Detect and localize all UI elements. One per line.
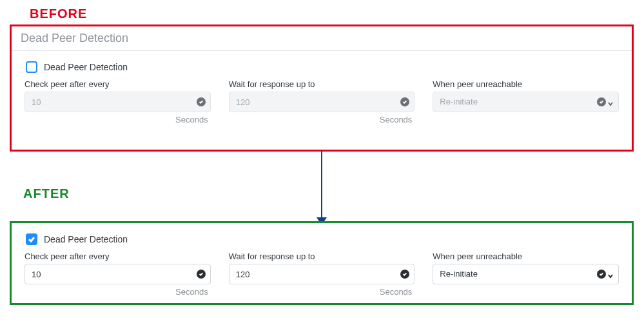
field-wait-response: Wait for response up to Seconds xyxy=(229,252,415,297)
before-heading: BEFORE xyxy=(30,6,87,21)
wait-response-input[interactable] xyxy=(229,92,415,112)
dpd-checkbox-label: Dead Peer Detection xyxy=(44,234,128,244)
valid-check-icon xyxy=(400,270,409,279)
wait-response-input[interactable] xyxy=(229,264,415,284)
field-unreachable: When peer unreachable Re-initiate xyxy=(433,79,619,124)
section-body-before: Dead Peer Detection Check peer after eve… xyxy=(12,51,632,132)
chevron-down-icon xyxy=(607,99,614,105)
check-peer-input[interactable] xyxy=(24,92,211,112)
field-wait-response: Wait for response up to Seconds xyxy=(229,79,415,124)
section-title: Dead Peer Detection xyxy=(12,26,632,51)
valid-check-icon xyxy=(597,270,606,279)
valid-check-icon xyxy=(197,97,206,106)
after-heading: AFTER xyxy=(23,186,70,201)
unit-label: Seconds xyxy=(24,287,211,297)
unit-label: Seconds xyxy=(229,115,415,124)
check-peer-input[interactable] xyxy=(24,264,211,284)
field-label: Check peer after every xyxy=(24,79,211,89)
valid-check-icon xyxy=(400,97,409,106)
field-label: When peer unreachable xyxy=(433,79,619,89)
before-panel: Dead Peer Detection Dead Peer Detection … xyxy=(10,25,634,152)
field-label: Check peer after every xyxy=(24,252,211,261)
dpd-checkbox[interactable] xyxy=(26,61,37,73)
dpd-checkbox-label: Dead Peer Detection xyxy=(44,62,128,72)
dpd-checkbox[interactable] xyxy=(26,233,37,245)
valid-check-icon xyxy=(197,270,206,279)
after-panel: Dead Peer Detection Check peer after eve… xyxy=(10,221,634,305)
unit-label: Seconds xyxy=(24,115,211,124)
valid-check-icon xyxy=(597,97,606,106)
unreachable-select[interactable]: Re-initiate xyxy=(433,92,619,112)
field-unreachable: When peer unreachable Re-initiate xyxy=(433,252,619,297)
field-label: Wait for response up to xyxy=(229,79,415,89)
unreachable-select[interactable]: Re-initiate xyxy=(433,264,619,284)
unit-label: Seconds xyxy=(229,287,415,297)
field-check-peer: Check peer after every Seconds xyxy=(24,79,211,124)
field-check-peer: Check peer after every Seconds xyxy=(24,252,211,297)
section-body-after: Dead Peer Detection Check peer after eve… xyxy=(12,223,632,304)
field-label: When peer unreachable xyxy=(433,252,619,261)
field-label: Wait for response up to xyxy=(229,252,415,261)
chevron-down-icon xyxy=(607,271,614,277)
arrow-line xyxy=(321,150,322,222)
